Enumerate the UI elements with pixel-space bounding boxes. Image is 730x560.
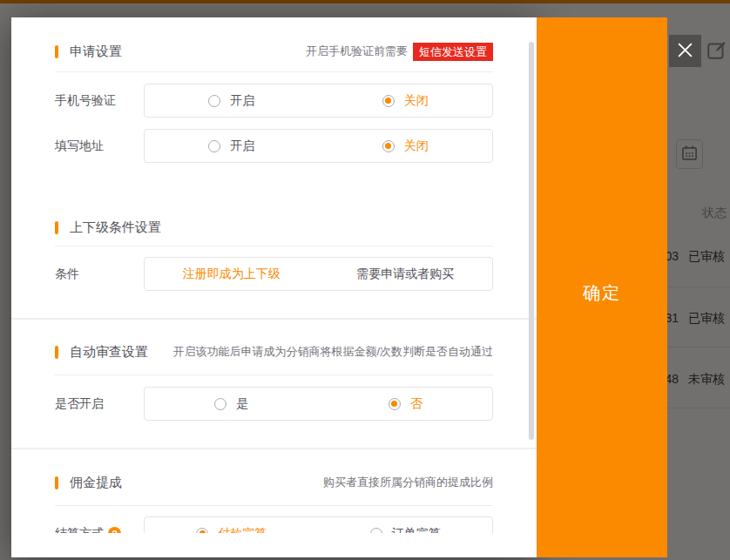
section-note: 开启该功能后申请成为分销商将根据金额/次数判断是否自动通过 (172, 344, 493, 360)
form-row-condition: 条件 注册即成为上下级 需要申请或者购买 (55, 257, 493, 291)
section-divider (11, 318, 537, 320)
radio-icon (208, 140, 220, 152)
radio-option-yes[interactable]: 是 (145, 388, 319, 420)
section-title: 上下级条件设置 (70, 219, 161, 236)
radio-option-off[interactable]: 关闭 (319, 130, 493, 162)
section-divider (11, 448, 537, 449)
radio-icon (382, 95, 395, 107)
confirm-button[interactable]: 确定 (583, 281, 621, 305)
section-header-relation-condition: 上下级条件设置 (55, 218, 493, 237)
row-label: 填写地址 (55, 129, 144, 163)
section-header-commission: 佣金提成 购买者直接所属分销商的提成比例 (55, 473, 493, 492)
section-title: 申请设置 (70, 44, 122, 60)
modal-scroll-area[interactable]: 申请设置 开启手机验证前需要 短信发送设置 手机号验证 开启 关闭 填写地址 (11, 17, 537, 533)
row-label: 手机号验证 (55, 84, 144, 118)
section-header-auto-review: 自动审查设置 开启该功能后申请成为分销商将根据金额/次数判断是否自动通过 (55, 342, 493, 361)
form-row-fill-address: 填写地址 开启 关闭 (55, 129, 493, 163)
section-underline (55, 505, 493, 506)
row-label: 条件 (55, 257, 144, 291)
radio-group: 开启 关闭 (144, 84, 493, 118)
radio-icon (382, 140, 395, 152)
confirm-side-panel: 确定 (537, 17, 667, 557)
section-title: 佣金提成 (70, 475, 122, 491)
radio-option-settle-on-payment[interactable]: 付款完算 (145, 517, 319, 533)
help-icon[interactable]: ? (108, 527, 121, 533)
radio-option-on[interactable]: 开启 (145, 84, 319, 117)
radio-icon (370, 528, 382, 534)
section-marker (55, 346, 58, 359)
section-note: 购买者直接所属分销商的提成比例 (323, 475, 493, 490)
section-header-apply-settings: 申请设置 开启手机验证前需要 短信发送设置 (55, 42, 493, 61)
form-row-phone-verify: 手机号验证 开启 关闭 (55, 84, 493, 118)
option-group: 注册即成为上下级 需要申请或者购买 (144, 257, 493, 291)
radio-icon (196, 528, 208, 534)
radio-icon (389, 398, 401, 410)
radio-group: 开启 关闭 (144, 129, 493, 163)
section-underline (55, 246, 493, 246)
radio-option-off[interactable]: 关闭 (319, 84, 493, 117)
radio-option-no[interactable]: 否 (319, 388, 493, 420)
section-underline (55, 71, 493, 72)
modal-close-button[interactable] (669, 35, 701, 67)
radio-icon (208, 95, 220, 107)
section-marker (55, 45, 58, 58)
option-need-apply-or-buy[interactable]: 需要申请或者购买 (319, 258, 493, 290)
section-marker (55, 476, 58, 489)
row-label: 结算方式 ? (55, 516, 144, 533)
modal-scrollbar-thumb[interactable] (529, 42, 534, 440)
sms-settings-badge[interactable]: 短信发送设置 (413, 43, 493, 61)
form-row-auto-review-enable: 是否开启 是 否 (55, 387, 493, 421)
section-note: 开启手机验证前需要 (306, 44, 408, 59)
section-title: 自动审查设置 (70, 344, 148, 361)
radio-group: 是 否 (144, 387, 493, 421)
row-label: 是否开启 (55, 387, 144, 421)
distribution-settings-modal: 申请设置 开启手机验证前需要 短信发送设置 手机号验证 开启 关闭 填写地址 (11, 17, 537, 557)
radio-option-settle-on-order[interactable]: 订单完算 (319, 517, 493, 533)
section-underline (55, 374, 493, 375)
radio-option-on[interactable]: 开启 (145, 130, 319, 162)
section-marker (55, 221, 58, 234)
close-icon (676, 41, 694, 62)
option-register-becomes-relation[interactable]: 注册即成为上下级 (145, 258, 319, 290)
radio-icon (214, 398, 226, 410)
radio-group: 付款完算 订单完算 (144, 516, 493, 533)
form-row-settlement-method: 结算方式 ? 付款完算 订单完算 (55, 516, 493, 533)
